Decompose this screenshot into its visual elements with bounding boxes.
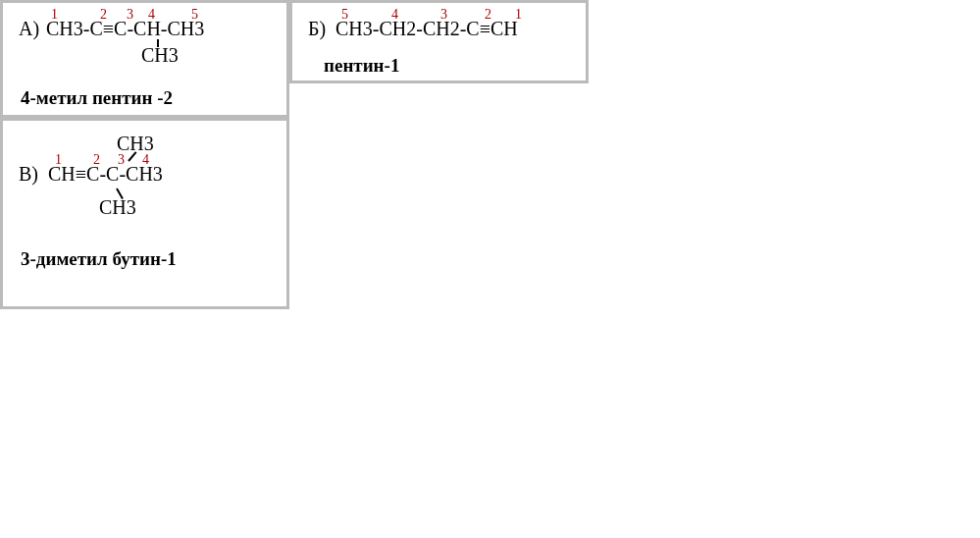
name-b: пентин-1 [324,55,399,77]
label-a: А) [19,18,39,40]
branch-a: CH3 [141,44,179,67]
formula-b: CH3-CH2-CH2-C≡CH [335,18,518,40]
label-c: В) [19,163,38,186]
formula-c: CH≡C-C-CH3 [48,163,163,186]
label-b: Б) [308,18,326,40]
name-c: 3-диметил бутин-1 [21,248,177,270]
formula-a: CH3-C≡C-CH-CH3 [46,18,204,40]
cell-c: CH3 В) 1 2 3 4 CH≡C-C-CH3 CH3 3-диметил … [0,118,289,309]
branch-c-bottom: CH3 [99,196,136,219]
name-a: 4-метил пентин -2 [21,87,173,109]
cell-a: А) 1 2 3 4 5 CH3-C≡C-CH-CH3 CH3 4-метил … [0,0,289,118]
cell-b: Б) 5 4 3 2 1 CH3-CH2-CH2-C≡CH пентин-1 [289,0,589,83]
